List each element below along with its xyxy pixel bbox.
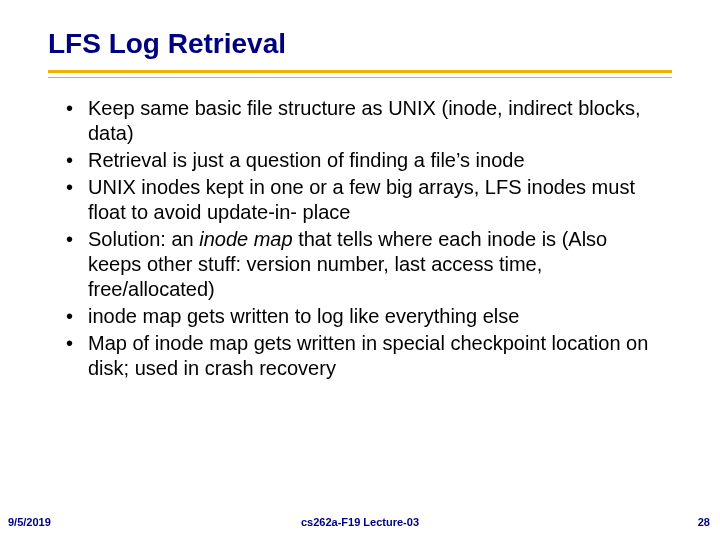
slide-title: LFS Log Retrieval — [48, 28, 286, 60]
bullet-text: Retrieval is just a question of finding … — [88, 149, 525, 171]
slide-body: Keep same basic file structure as UNIX (… — [62, 96, 662, 383]
bullet-item: UNIX inodes kept in one or a few big arr… — [62, 175, 662, 225]
title-underline-thick — [48, 70, 672, 73]
bullet-text: UNIX inodes kept in one or a few big arr… — [88, 176, 635, 223]
bullet-item: Retrieval is just a question of finding … — [62, 148, 662, 173]
footer-center: cs262a-F19 Lecture-03 — [0, 516, 720, 528]
bullet-item: Map of inode map gets written in special… — [62, 331, 662, 381]
bullet-item: Solution: an inode map that tells where … — [62, 227, 662, 302]
bullet-list: Keep same basic file structure as UNIX (… — [62, 96, 662, 381]
slide: LFS Log Retrieval Keep same basic file s… — [0, 0, 720, 540]
footer-page: 28 — [698, 516, 710, 528]
bullet-text: Solution: an — [88, 228, 199, 250]
bullet-item: inode map gets written to log like every… — [62, 304, 662, 329]
bullet-text: Map of inode map gets written in special… — [88, 332, 648, 379]
bullet-text: inode map gets written to log like every… — [88, 305, 519, 327]
bullet-item: Keep same basic file structure as UNIX (… — [62, 96, 662, 146]
title-underline-thin — [48, 77, 672, 78]
bullet-text-em: inode map — [199, 228, 292, 250]
bullet-text: Keep same basic file structure as UNIX (… — [88, 97, 640, 144]
